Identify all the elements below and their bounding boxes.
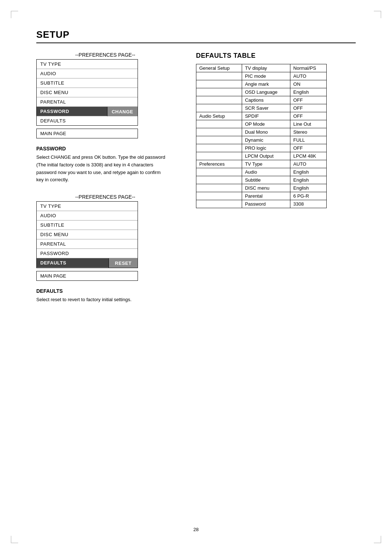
table-cell-setting: LPCM Output	[242, 152, 290, 160]
password-title: PASSWORD	[36, 146, 174, 151]
page-number: 28	[193, 527, 199, 532]
menu-item-audio-1[interactable]: AUDIO	[37, 69, 138, 78]
preferences-page-2: --PREFERENCES PAGE-- TV TYPE AUDIO SUBTI…	[36, 194, 174, 281]
defaults-table: General SetupTV displayNormal/PSPIC mode…	[196, 64, 327, 208]
table-cell-category	[196, 136, 242, 144]
main-layout: --PREFERENCES PAGE-- TV TYPE AUDIO SUBTI…	[36, 52, 356, 304]
table-cell-setting: PRO logic	[242, 144, 290, 152]
corner-mark-tl	[11, 11, 18, 18]
table-row: DynamicFULL	[196, 136, 327, 144]
table-cell-category	[196, 200, 242, 208]
table-row: LPCM OutputLPCM 48K	[196, 152, 327, 160]
table-cell-category: Audio Setup	[196, 112, 242, 120]
table-cell-value: LPCM 48K	[290, 152, 327, 160]
table-row: Parental6 PG-R	[196, 192, 327, 200]
main-page-1[interactable]: MAIN PAGE	[36, 129, 138, 138]
password-text: Select CHANGE and press OK button. Type …	[36, 154, 167, 184]
table-cell-value: AUTO	[290, 160, 327, 168]
table-cell-category: General Setup	[196, 64, 242, 72]
defaults-title: DEFAULTS	[36, 288, 174, 294]
table-cell-category	[196, 96, 242, 104]
table-cell-setting: Password	[242, 200, 290, 208]
table-row: PIC modeAUTO	[196, 72, 327, 80]
table-cell-setting: OSD Language	[242, 88, 290, 96]
right-column: DEFAULTS TABLE General SetupTV displayNo…	[196, 52, 334, 208]
table-cell-value: 6 PG-R	[290, 192, 327, 200]
table-cell-category	[196, 88, 242, 96]
corner-mark-tr	[374, 11, 381, 18]
change-button[interactable]: CHANGE	[107, 107, 138, 116]
table-cell-setting: Audio	[242, 168, 290, 176]
menu-item-parental-1[interactable]: PARENTAL	[37, 97, 138, 107]
table-cell-category	[196, 168, 242, 176]
table-row: AudioEnglish	[196, 168, 327, 176]
menu-item-parental-2[interactable]: PARENTAL	[37, 239, 138, 249]
title-divider	[36, 43, 356, 43]
table-cell-value: Line Out	[290, 120, 327, 128]
corner-mark-bl	[11, 536, 18, 543]
menu-box-1: TV TYPE AUDIO SUBTITLE DISC MENU PARENTA…	[36, 59, 138, 126]
menu-item-defaults-2[interactable]: DEFAULTS	[37, 258, 109, 268]
defaults-section: DEFAULTS Select reset to revert to facto…	[36, 288, 174, 304]
table-cell-setting: Parental	[242, 192, 290, 200]
main-page-row-2: MAIN PAGE	[36, 271, 174, 281]
defaults-table-title: DEFAULTS TABLE	[196, 52, 334, 60]
table-row: OSD LanguageEnglish	[196, 88, 327, 96]
table-row: PRO logicOFF	[196, 144, 327, 152]
password-section: PASSWORD Select CHANGE and press OK butt…	[36, 146, 174, 184]
table-cell-value: OFF	[290, 112, 327, 120]
pref-page-2-title: --PREFERENCES PAGE--	[36, 194, 174, 200]
table-cell-value: FULL	[290, 136, 327, 144]
table-cell-setting: SPDIF	[242, 112, 290, 120]
menu-item-password-2[interactable]: PASSWORD	[37, 249, 138, 258]
menu-item-tvtype-1[interactable]: TV TYPE	[37, 60, 138, 69]
table-cell-category	[196, 184, 242, 192]
table-cell-value: Stereo	[290, 128, 327, 136]
table-row: Dual MonoStereo	[196, 128, 327, 136]
table-row: Angle markON	[196, 80, 327, 88]
table-cell-category	[196, 120, 242, 128]
table-cell-setting: Subtitle	[242, 176, 290, 184]
defaults-text: Select reset to revert to factory initia…	[36, 296, 167, 304]
table-cell-value: English	[290, 88, 327, 96]
menu-item-defaults-row: DEFAULTS RESET	[37, 258, 138, 268]
table-cell-value: OFF	[290, 144, 327, 152]
preferences-page-1: --PREFERENCES PAGE-- TV TYPE AUDIO SUBTI…	[36, 52, 174, 138]
table-cell-category	[196, 176, 242, 184]
menu-item-audio-2[interactable]: AUDIO	[37, 211, 138, 221]
table-cell-value: ON	[290, 80, 327, 88]
table-cell-setting: PIC mode	[242, 72, 290, 80]
menu-box-2: TV TYPE AUDIO SUBTITLE DISC MENU PARENTA…	[36, 201, 138, 268]
table-cell-value: AUTO	[290, 72, 327, 80]
menu-item-subtitle-2[interactable]: SUBTITLE	[37, 221, 138, 230]
table-cell-category	[196, 128, 242, 136]
table-cell-setting: Captions	[242, 96, 290, 104]
table-cell-value: English	[290, 168, 327, 176]
table-row: CaptionsOFF	[196, 96, 327, 104]
table-row: Password3308	[196, 200, 327, 208]
table-cell-setting: Dual Mono	[242, 128, 290, 136]
menu-item-discmenu-1[interactable]: DISC MENU	[37, 88, 138, 97]
table-cell-category	[196, 104, 242, 112]
table-cell-setting: Angle mark	[242, 80, 290, 88]
table-row: SCR SaverOFF	[196, 104, 327, 112]
table-cell-setting: DISC menu	[242, 184, 290, 192]
table-cell-value: English	[290, 184, 327, 192]
pref-page-1-title: --PREFERENCES PAGE--	[36, 52, 174, 58]
menu-item-password-row: PASSWORD CHANGE	[37, 107, 138, 116]
table-cell-setting: TV display	[242, 64, 290, 72]
menu-item-tvtype-2[interactable]: TV TYPE	[37, 202, 138, 211]
main-page-2[interactable]: MAIN PAGE	[36, 271, 138, 281]
table-cell-category	[196, 144, 242, 152]
reset-button[interactable]: RESET	[109, 258, 138, 268]
table-row: OP ModeLine Out	[196, 120, 327, 128]
table-cell-value: Normal/PS	[290, 64, 327, 72]
menu-item-subtitle-1[interactable]: SUBTITLE	[37, 78, 138, 88]
table-cell-setting: SCR Saver	[242, 104, 290, 112]
menu-item-password-1[interactable]: PASSWORD	[37, 107, 107, 116]
table-cell-category	[196, 72, 242, 80]
menu-item-defaults-1[interactable]: DEFAULTS	[37, 116, 138, 125]
menu-item-discmenu-2[interactable]: DISC MENU	[37, 230, 138, 239]
table-cell-category	[196, 80, 242, 88]
corner-mark-br	[374, 536, 381, 543]
